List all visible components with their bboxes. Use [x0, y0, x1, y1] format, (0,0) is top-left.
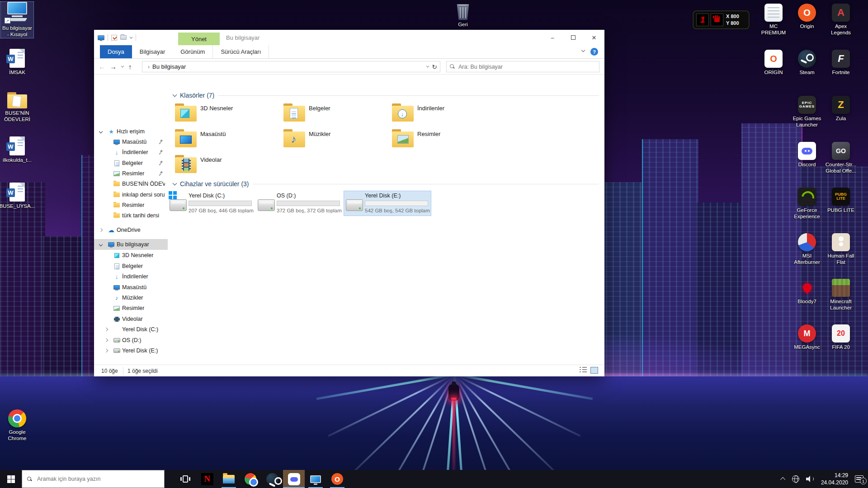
tray-expand-icon[interactable]: [780, 477, 785, 482]
collapse-icon[interactable]: [173, 181, 177, 186]
nav-item-muzikler[interactable]: Müzikler: [94, 292, 168, 303]
nav-item-os-d[interactable]: OS (D:): [94, 335, 168, 346]
desktop-icon-mc-premium[interactable]: MC PREMIUM: [756, 4, 791, 36]
nav-item-yerel-disk-e[interactable]: Yerel Disk (E:): [94, 345, 168, 356]
taskbar-origin[interactable]: O: [326, 470, 348, 488]
desktop-icon-bloody7[interactable]: Bloody7: [790, 279, 824, 305]
desktop-icon-msi-afterburner[interactable]: MSI Afterburner: [790, 233, 824, 266]
nav-item-onedrive[interactable]: OneDrive: [94, 225, 168, 235]
nav-item-resimler-folder[interactable]: Resimler: [94, 200, 168, 211]
details-view-icon[interactable]: [580, 367, 587, 374]
large-icons-view-icon[interactable]: [590, 367, 598, 374]
desktop-icon-recycle-bin[interactable]: Geri: [447, 3, 479, 28]
taskbar-search[interactable]: [22, 470, 165, 488]
drives-group-header[interactable]: Cihazlar ve sürücüler (3): [173, 180, 599, 188]
search-box[interactable]: [446, 61, 599, 72]
desktop-icon-geforce-experience[interactable]: GeForce Experience: [790, 188, 824, 220]
folders-group-header[interactable]: Klasörler (7): [173, 92, 599, 99]
start-button[interactable]: [0, 470, 22, 488]
chevron-right-icon[interactable]: [104, 328, 108, 331]
nav-item-inkilap-dersi[interactable]: inkılap dersi sorular: [94, 189, 168, 200]
desktop-icon-buse-uysa[interactable]: BUSE_UYSA...: [1, 183, 33, 209]
forward-button[interactable]: →: [110, 63, 117, 70]
tab-dosya[interactable]: Dosya: [100, 45, 132, 58]
tab-surucu-araclari[interactable]: Sürücü Araçları: [212, 45, 269, 58]
desktop-icon-bu-bilgisayar-kisayol[interactable]: ↗ Bu bilgisayar - Kısayol: [1, 2, 33, 38]
folder-tile-3d-nesneler[interactable]: 3D Nesneler: [174, 103, 279, 126]
nav-item-masaustu[interactable]: Masaüstü: [94, 136, 168, 147]
desktop-icon-apex-legends[interactable]: A Apex Legends: [824, 4, 858, 36]
chevron-right-icon[interactable]: [104, 349, 108, 352]
nav-item-belgeler2[interactable]: Belgeler: [94, 261, 168, 272]
taskbar-discord[interactable]: [283, 470, 305, 488]
desktop-icon-zula[interactable]: Z Zula: [824, 96, 858, 122]
nav-item-hizli-erisim[interactable]: Hızlı erişim: [94, 126, 168, 137]
drive-tile-yerel-disk-e[interactable]: Yerel Disk (E:) 542 GB boş, 542 GB topla…: [344, 191, 431, 216]
nav-item-videolar[interactable]: Videolar: [94, 314, 168, 324]
desktop-icon-origin[interactable]: O Origin: [790, 4, 824, 29]
taskbar-steam[interactable]: [261, 470, 283, 488]
up-button[interactable]: ↑: [128, 63, 132, 70]
back-button[interactable]: ←: [99, 63, 105, 70]
desktop-icon-google-chrome[interactable]: Google Chrome: [1, 409, 33, 442]
action-center-icon[interactable]: 1: [855, 475, 863, 483]
folder-tile-belgeler[interactable]: Belgeler: [283, 103, 387, 126]
qat-dropdown-icon[interactable]: [130, 35, 133, 38]
desktop-icon-epic-games[interactable]: EPIC GAMES Epic Games Launcher: [790, 96, 824, 128]
desktop-icon-fortnite[interactable]: F Fortnite: [824, 50, 858, 75]
nav-item-bu-bilgisayar[interactable]: Bu bilgisayar: [94, 239, 168, 250]
search-input[interactable]: [458, 63, 596, 70]
nav-item-3d-nesneler[interactable]: 3D Nesneler: [94, 250, 168, 261]
folder-tile-videolar[interactable]: Videolar: [174, 154, 279, 178]
chevron-right-icon[interactable]: [104, 338, 108, 342]
drive-tile-yerel-disk-c[interactable]: Yerel Disk (C:) 207 GB boş, 446 GB topla…: [168, 191, 255, 216]
nav-item-resimler2[interactable]: Resimler: [94, 303, 168, 314]
close-button[interactable]: ✕: [584, 30, 604, 45]
nav-item-belgeler[interactable]: Belgeler: [94, 158, 168, 169]
taskbar-file-explorer[interactable]: [218, 470, 240, 488]
desktop-icon-human-fall-flat[interactable]: Human Fall Flat: [824, 233, 858, 266]
maximize-button[interactable]: [563, 30, 584, 45]
nav-item-turk-tarihi[interactable]: türk tarihi dersi: [94, 210, 168, 221]
taskbar-chrome[interactable]: [240, 470, 261, 488]
taskbar-netflix[interactable]: N: [196, 470, 218, 488]
nav-item-yerel-disk-c[interactable]: Yerel Disk (C:): [94, 324, 168, 335]
desktop-icon-imsak[interactable]: İMSAK: [1, 49, 33, 75]
nav-item-busenin-odevler[interactable]: BUSE'NİN ÖDEVLER: [94, 178, 168, 189]
nav-item-indirilenler[interactable]: İndirilenler: [94, 147, 168, 158]
volume-icon[interactable]: [806, 475, 814, 483]
desktop-icon-ilkokulda[interactable]: ilkokulda_t...: [1, 136, 33, 163]
desktop-icon-discord[interactable]: Discord: [790, 142, 824, 168]
chevron-down-icon[interactable]: [99, 243, 103, 246]
minimize-button[interactable]: –: [542, 30, 563, 45]
folder-tile-resimler[interactable]: Resimler: [391, 128, 496, 152]
tab-bilgisayar[interactable]: Bilgisayar: [132, 45, 173, 58]
recent-locations-icon[interactable]: [121, 64, 124, 67]
taskbar-my-computer[interactable]: [305, 470, 326, 488]
title-bar[interactable]: Yönet Bu bilgisayar – ✕: [94, 30, 604, 45]
network-icon[interactable]: [792, 475, 799, 483]
desktop-icon-fifa20[interactable]: 20 FIFA 20: [824, 324, 858, 350]
desktop-icon-busenin-odevleri[interactable]: BUSE'NİN ÖDEVLERİ: [1, 92, 33, 123]
desktop-icon-megasync[interactable]: M MEGAsync: [790, 324, 824, 350]
folder-tile-masaustu[interactable]: Masaüstü: [174, 128, 279, 152]
address-bar[interactable]: › Bu bilgisayar ↻: [142, 61, 440, 72]
chevron-down-icon[interactable]: [99, 130, 103, 133]
new-folder-icon[interactable]: [120, 35, 127, 40]
breadcrumb[interactable]: Bu bilgisayar: [152, 63, 186, 70]
help-icon[interactable]: ?: [590, 48, 598, 56]
nav-item-indirilenler2[interactable]: İndirilenler: [94, 271, 168, 282]
desktop-icon-origin-installer[interactable]: O ORİGİN: [756, 50, 791, 75]
address-dropdown-icon[interactable]: [426, 64, 429, 67]
desktop-icon-pubg-lite[interactable]: PUBG LITE PUBG LITE: [824, 188, 858, 213]
drive-tile-os-d[interactable]: OS (D:) 372 GB boş, 372 GB toplam: [256, 191, 343, 216]
chevron-right-icon[interactable]: [99, 228, 103, 232]
desktop-icon-minecraft[interactable]: Minecraft Launcher: [824, 279, 858, 311]
taskbar-search-input[interactable]: [36, 475, 159, 483]
refresh-icon[interactable]: ↻: [432, 63, 437, 70]
folder-tile-indirilenler[interactable]: İndirilenler: [391, 103, 496, 126]
desktop-icon-csgo[interactable]: GO Counter-Str... Global Offe...: [824, 142, 858, 174]
collapse-icon[interactable]: [173, 93, 177, 97]
tab-gorunum[interactable]: Görünüm: [173, 45, 212, 58]
desktop-icon-steam[interactable]: Steam: [790, 50, 824, 75]
